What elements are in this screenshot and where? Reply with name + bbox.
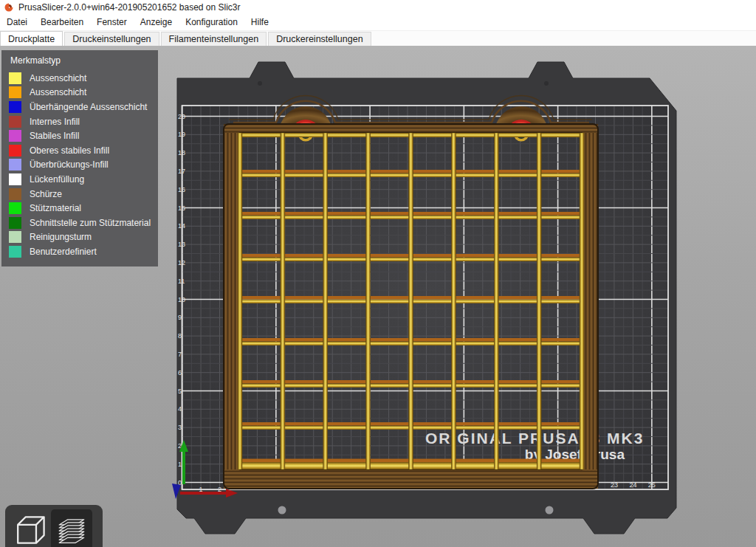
legend-panel: Merkmalstyp AussenschichtAussenschichtÜb… — [1, 50, 158, 266]
menu-item-fenster[interactable]: Fenster — [90, 15, 134, 30]
grid-divider — [281, 133, 285, 469]
grid-divider — [323, 133, 328, 469]
prusa-logo-icon — [4, 3, 13, 12]
legend-color-swatch — [9, 116, 21, 128]
axis-label: 4 — [178, 405, 182, 413]
axis-label: 16 — [178, 186, 185, 193]
grid-divider — [238, 133, 242, 469]
axis-label: 23 — [611, 481, 618, 489]
axis-label: 19 — [178, 131, 185, 138]
axis-label: 14 — [178, 222, 185, 230]
axis-label: 20 — [178, 113, 185, 120]
sheet-hole — [544, 81, 549, 86]
grid-divider — [494, 133, 498, 469]
legend-color-swatch — [9, 101, 21, 113]
legend-color-swatch — [9, 72, 21, 84]
legend-color-swatch — [9, 86, 21, 98]
axis-label: 11 — [178, 278, 185, 285]
legend-item-label: Reinigungsturm — [30, 232, 92, 242]
legend-color-swatch — [9, 173, 21, 185]
list-item: Überbrückungs-Infill — [9, 158, 154, 173]
list-item: Benutzerdefiniert — [9, 244, 154, 259]
axis-label: 8 — [178, 332, 182, 340]
3d-editor-view-button[interactable] — [10, 509, 51, 547]
y-axis-arrow — [182, 450, 185, 484]
tab-druckplatte[interactable]: Druckplatte — [0, 31, 63, 47]
axis-label: 9 — [178, 314, 182, 321]
legend-item-label: Schnittstelle zum Stützmaterial — [30, 218, 151, 228]
list-item: Oberes stabiles Infill — [9, 143, 154, 158]
menu-item-datei[interactable]: Datei — [0, 15, 34, 30]
axis-label: 24 — [629, 481, 636, 489]
menu-item-bearbeiten[interactable]: Bearbeiten — [34, 15, 90, 30]
menu-item-konfiguration[interactable]: Konfiguration — [179, 15, 244, 30]
list-item: Stabiles Infill — [9, 128, 154, 143]
sheet-hole — [258, 81, 262, 86]
grid-divider — [366, 133, 371, 469]
preview-view-button[interactable] — [51, 509, 92, 547]
list-item: Aussenschicht — [9, 71, 154, 86]
axis-label: 6 — [178, 369, 182, 376]
list-item: Stützmaterial — [9, 201, 154, 216]
list-item: Schürze — [9, 187, 154, 202]
list-item: Überhängende Aussenschicht — [9, 100, 154, 114]
sheet-hole — [278, 506, 286, 515]
legend-item-label: Stabiles Infill — [30, 131, 79, 141]
axis-label: 5 — [178, 388, 182, 395]
axis-label: 18 — [178, 149, 185, 156]
axis-label: 7 — [178, 351, 182, 358]
axis-label: 10 — [178, 296, 185, 303]
axis-label: 15 — [178, 204, 185, 212]
legend-item-label: Überhängende Aussenschicht — [30, 102, 147, 112]
legend-items: AussenschichtAussenschichtÜberhängende A… — [9, 71, 154, 259]
grid-divider — [451, 133, 456, 469]
legend-item-label: Aussenschicht — [30, 87, 86, 97]
sheet-hole — [546, 506, 554, 515]
axis-label: 25 — [648, 481, 656, 489]
title-bar: PrusaSlicer-2.0.0+win64-201905201652 bas… — [0, 0, 756, 15]
cube-icon — [13, 513, 47, 547]
axis-label: 12 — [178, 259, 185, 266]
list-item: Reinigungsturm — [9, 230, 154, 245]
legend-title: Merkmalstyp — [10, 55, 154, 66]
prusaslicer-window: PrusaSlicer-2.0.0+win64-201905201652 bas… — [0, 0, 756, 547]
window-title: PrusaSlicer-2.0.0+win64-201905201652 bas… — [18, 2, 241, 13]
axis-label: 17 — [178, 168, 185, 175]
legend-item-label: Überbrückungs-Infill — [30, 159, 109, 170]
list-item: Internes Infill — [9, 114, 154, 129]
x-axis-arrow — [180, 492, 226, 495]
legend-color-swatch — [9, 217, 21, 229]
legend-item-label: Lückenfüllung — [30, 174, 84, 185]
axis-label: 13 — [178, 241, 185, 248]
legend-color-swatch — [9, 188, 21, 200]
legend-item-label: Benutzerdefiniert — [30, 247, 97, 257]
legend-item-label: Aussenschicht — [30, 73, 86, 83]
menu-item-anzeige[interactable]: Anzeige — [134, 15, 179, 30]
menu-item-hilfe[interactable]: Hilfe — [244, 15, 275, 30]
legend-color-swatch — [9, 130, 21, 142]
legend-color-swatch — [9, 159, 21, 171]
list-item: Schnittstelle zum Stützmaterial — [9, 216, 154, 230]
grid-divider — [537, 133, 541, 469]
legend-color-swatch — [9, 246, 21, 258]
list-item: Aussenschicht — [9, 86, 154, 100]
list-item: Lückenfüllung — [9, 172, 154, 187]
legend-color-swatch — [9, 202, 21, 214]
legend-color-swatch — [9, 145, 21, 156]
legend-color-swatch — [9, 231, 21, 243]
grid-divider — [580, 133, 584, 469]
tab-filamenteinstellungen[interactable]: Filamenteinstellungen — [161, 32, 267, 46]
tab-druckereinstellungen[interactable]: Druckereinstellungen — [268, 32, 371, 46]
axis-label: 1 — [178, 461, 182, 468]
legend-item-label: Oberes stabiles Infill — [30, 145, 109, 156]
legend-item-label: Schürze — [30, 189, 62, 199]
bed-brand-line1: ORIGINAL PRUSA i3 MK3 — [425, 430, 644, 447]
legend-item-label: Internes Infill — [30, 117, 80, 127]
axis-label: 3 — [178, 424, 182, 431]
layers-icon — [55, 513, 89, 547]
tab-bar: DruckplatteDruckeinstellungenFilamentein… — [0, 31, 756, 47]
grid-divider — [409, 133, 413, 469]
viewport-3d[interactable]: 01234567891011121314151617181920 1223242… — [0, 46, 756, 547]
legend-item-label: Stützmaterial — [30, 203, 81, 213]
tab-druckeinstellungen[interactable]: Druckeinstellungen — [64, 32, 159, 46]
